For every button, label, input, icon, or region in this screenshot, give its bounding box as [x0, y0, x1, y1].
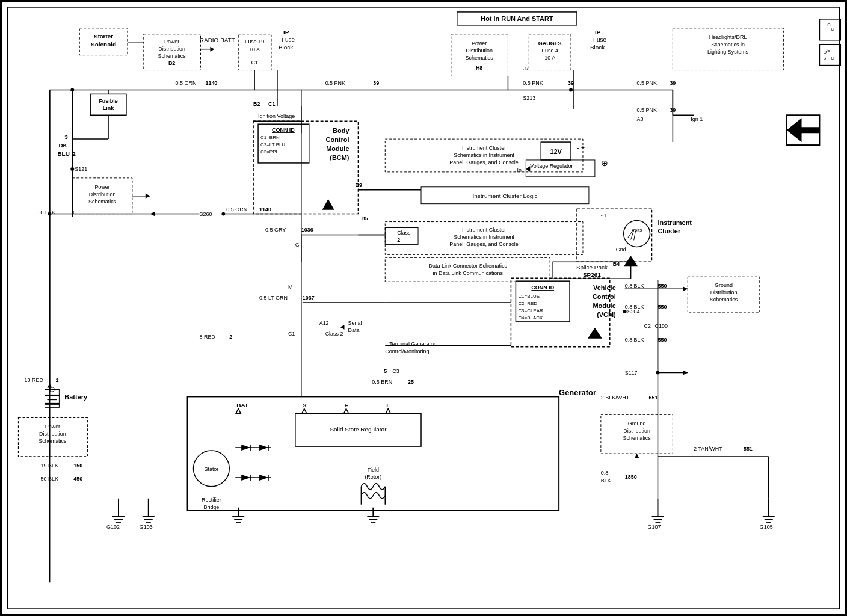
svg-text:Instrument Cluster: Instrument Cluster — [462, 145, 506, 151]
svg-text:RADIO BATT: RADIO BATT — [200, 37, 235, 43]
svg-text:F: F — [345, 402, 348, 408]
svg-text:Vehicle: Vehicle — [593, 284, 616, 291]
svg-text:A8: A8 — [637, 116, 644, 122]
svg-text:BLK: BLK — [601, 478, 611, 484]
svg-text:Schematics: Schematics — [623, 435, 651, 441]
svg-text:IP: IP — [283, 29, 289, 35]
svg-text:550: 550 — [658, 283, 667, 289]
svg-text:S: S — [303, 402, 307, 408]
svg-text:0.8 BLK: 0.8 BLK — [625, 337, 644, 343]
svg-text:Solid State Regulator: Solid State Regulator — [330, 426, 387, 433]
svg-text:Ignition Voltage: Ignition Voltage — [258, 113, 295, 119]
svg-text:H8: H8 — [476, 65, 482, 71]
svg-text:Class: Class — [397, 230, 411, 236]
svg-text:Fusible: Fusible — [99, 98, 117, 104]
svg-text:C3=PPL: C3=PPL — [260, 149, 279, 155]
svg-text:1140: 1140 — [205, 80, 217, 86]
svg-text:S260: S260 — [199, 211, 212, 217]
svg-text:Headlights/DRL: Headlights/DRL — [709, 34, 747, 40]
svg-text:Generator: Generator — [559, 388, 596, 397]
svg-text:G105: G105 — [760, 524, 773, 530]
svg-point-307 — [70, 88, 74, 91]
svg-text:- +: - + — [601, 212, 608, 218]
svg-text:0.5 ORN: 0.5 ORN — [226, 206, 247, 212]
svg-text:0.5 PNK: 0.5 PNK — [637, 107, 657, 113]
svg-text:550: 550 — [658, 337, 667, 343]
svg-text:Panel, Gauges, and Console: Panel, Gauges, and Console — [449, 241, 519, 247]
svg-text:Fuse 4: Fuse 4 — [541, 48, 558, 54]
svg-text:Distribution: Distribution — [39, 431, 66, 437]
svg-text:⊕: ⊕ — [601, 158, 608, 168]
svg-text:1140: 1140 — [259, 206, 271, 212]
svg-text:0.5 PNK: 0.5 PNK — [637, 80, 657, 86]
svg-text:450: 450 — [73, 476, 82, 482]
svg-text:C3: C3 — [392, 368, 399, 374]
svg-text:39: 39 — [670, 80, 676, 86]
svg-text:Gnd: Gnd — [616, 247, 626, 253]
svg-rect-0 — [2, 1, 846, 615]
svg-text:Ground: Ground — [715, 282, 733, 288]
svg-text:Ground: Ground — [628, 420, 646, 427]
svg-text:Schematics: Schematics — [158, 53, 186, 59]
svg-text:C: C — [831, 56, 834, 60]
svg-text:C2: C2 — [644, 323, 651, 329]
svg-text:Power: Power — [164, 38, 179, 45]
svg-text:C4=BLACK: C4=BLACK — [518, 315, 543, 321]
svg-text:M: M — [288, 284, 292, 290]
svg-text:Control: Control — [326, 136, 350, 143]
svg-text:B2: B2 — [253, 101, 260, 107]
svg-text:Distribution: Distribution — [466, 48, 493, 54]
svg-text:Schematics: Schematics — [710, 297, 738, 303]
svg-text:Module: Module — [326, 145, 349, 152]
svg-text:Bridge: Bridge — [203, 504, 219, 510]
svg-text:Starter: Starter — [94, 33, 113, 40]
svg-text:Schematics in Instrument: Schematics in Instrument — [454, 152, 514, 158]
svg-text:DK: DK — [58, 142, 67, 149]
svg-text:0.8: 0.8 — [601, 470, 608, 476]
svg-text:0.5 GRY: 0.5 GRY — [265, 227, 286, 233]
svg-text:651: 651 — [649, 395, 658, 401]
svg-text:S121: S121 — [75, 166, 87, 172]
svg-text:Schematics in Instrument: Schematics in Instrument — [454, 234, 514, 240]
svg-text:CONN ID: CONN ID — [531, 285, 554, 291]
svg-text:in Data Link Communications: in Data Link Communications — [433, 270, 503, 276]
svg-text:- +: - + — [577, 144, 585, 151]
svg-text:C2=RED: C2=RED — [518, 301, 537, 306]
svg-text:SP261: SP261 — [583, 271, 601, 278]
svg-text:Instrument: Instrument — [658, 219, 692, 226]
svg-text:25: 25 — [408, 379, 414, 385]
svg-text:150: 150 — [73, 463, 82, 469]
svg-text:L: L — [823, 24, 826, 29]
svg-text:Schematics: Schematics — [38, 438, 67, 444]
svg-point-58 — [569, 88, 573, 91]
svg-text:Rectifier: Rectifier — [202, 497, 221, 503]
svg-text:0.8 BLK: 0.8 BLK — [625, 283, 644, 289]
svg-text:551: 551 — [744, 446, 753, 452]
svg-text:Block: Block — [590, 44, 605, 51]
svg-text:2: 2 — [397, 237, 400, 243]
svg-text:BLU: BLU — [57, 150, 69, 157]
svg-text:1850: 1850 — [625, 474, 637, 480]
svg-text:Fuse: Fuse — [593, 36, 607, 43]
schematic-container: Hot in RUN And START Starter Solenoid Po… — [0, 0, 847, 616]
svg-text:Solenoid: Solenoid — [91, 41, 116, 48]
svg-text:Schematics in: Schematics in — [711, 42, 745, 48]
svg-text:Power: Power — [472, 40, 487, 46]
svg-text:Schematics: Schematics — [88, 199, 117, 205]
svg-text:E: E — [827, 48, 830, 52]
svg-text:C1: C1 — [268, 101, 275, 107]
svg-text:C1: C1 — [288, 331, 295, 337]
svg-text:1: 1 — [55, 377, 58, 383]
svg-text:Block: Block — [279, 44, 293, 51]
svg-text:Body: Body — [333, 127, 350, 134]
svg-text:C: C — [831, 27, 834, 31]
svg-text:10 A: 10 A — [249, 46, 260, 52]
svg-text:Panel, Gauges, and Console: Panel, Gauges, and Console — [449, 159, 519, 165]
svg-text:0.5 PNK: 0.5 PNK — [325, 80, 345, 86]
svg-text:Hot in RUN And START: Hot in RUN And START — [481, 15, 553, 22]
svg-text:C3=CLEAR: C3=CLEAR — [518, 308, 543, 313]
svg-text:G107: G107 — [648, 524, 661, 530]
svg-text:(Rotor): (Rotor) — [365, 474, 381, 480]
svg-text:0.5 BRN: 0.5 BRN — [372, 379, 392, 385]
svg-text:Module: Module — [593, 302, 615, 309]
